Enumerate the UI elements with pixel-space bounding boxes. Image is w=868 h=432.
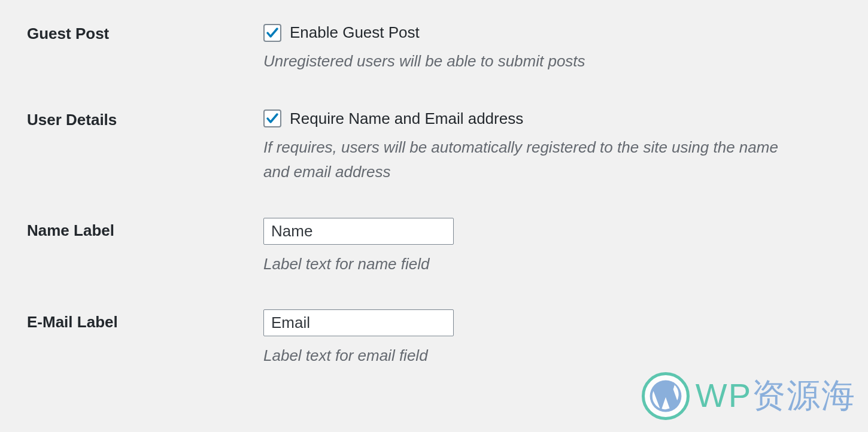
watermark-text-right: 资源海 <box>752 376 856 414</box>
guest-post-checkbox-label[interactable]: Enable Guest Post <box>290 21 420 44</box>
row-email-label: E-Mail Label Label text for email field <box>0 288 868 381</box>
user-details-description: If requires, users will be automatically… <box>263 135 790 185</box>
user-details-checkbox-row: Require Name and Email address <box>263 107 838 130</box>
user-details-checkbox-label[interactable]: Require Name and Email address <box>290 107 523 130</box>
watermark-text: WP资源海 <box>696 373 856 419</box>
watermark-text-left: WP <box>696 376 752 414</box>
row-guest-post: Guest Post Enable Guest Post Unregistere… <box>0 0 868 86</box>
row-label-user-details: User Details <box>27 111 117 129</box>
wordpress-logo-icon <box>642 372 690 420</box>
row-user-details: User Details Require Name and Email addr… <box>0 86 868 197</box>
row-label-guest-post: Guest Post <box>27 25 109 42</box>
row-label-name-label: Name Label <box>27 221 114 239</box>
check-icon <box>265 111 280 126</box>
guest-post-checkbox-row: Enable Guest Post <box>263 21 838 44</box>
check-icon <box>265 26 280 40</box>
guest-post-checkbox[interactable] <box>263 24 281 42</box>
settings-form-table: Guest Post Enable Guest Post Unregistere… <box>0 0 868 381</box>
guest-post-description: Unregistered users will be able to submi… <box>263 49 790 74</box>
email-label-description: Label text for email field <box>263 343 790 369</box>
name-label-input[interactable] <box>263 218 454 245</box>
watermark: WP资源海 <box>642 372 856 420</box>
name-label-description: Label text for name field <box>263 252 790 277</box>
email-label-input[interactable] <box>263 309 454 336</box>
user-details-checkbox[interactable] <box>263 109 281 127</box>
row-name-label: Name Label Label text for name field <box>0 197 868 289</box>
row-label-email-label: E-Mail Label <box>27 313 118 331</box>
